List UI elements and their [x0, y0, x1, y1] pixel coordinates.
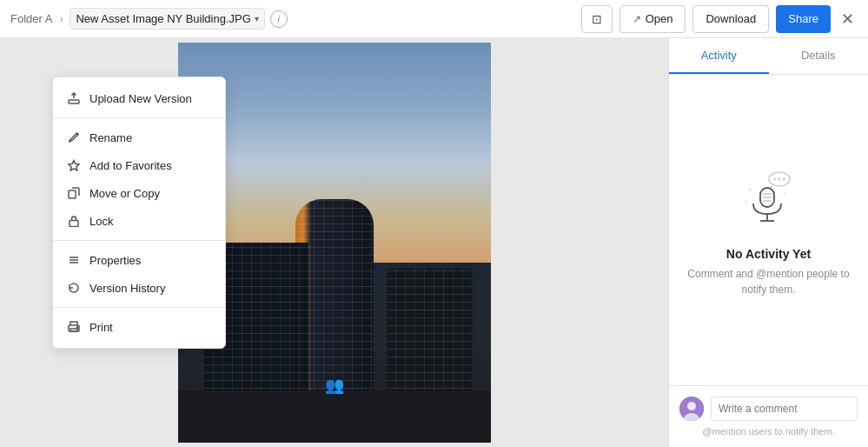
svg-point-20 — [748, 188, 752, 191]
lock-icon — [67, 214, 81, 228]
avatar — [679, 397, 704, 421]
svg-rect-3 — [70, 221, 78, 227]
menu-label-print: Print — [89, 321, 113, 334]
layout-toggle-button[interactable]: ⊡ — [581, 5, 613, 33]
menu-item-upload-new-version[interactable]: Upload New Version — [53, 84, 225, 112]
open-button[interactable]: ↗ Open — [620, 5, 686, 33]
comment-area: @mention users to notify them. — [669, 385, 868, 447]
properties-icon — [67, 253, 81, 267]
foreground — [178, 390, 491, 443]
layout-icon: ⊡ — [592, 12, 602, 26]
no-activity-description: Comment and @mention people to notify th… — [686, 266, 851, 297]
comment-hint: @mention users to notify them. — [679, 426, 858, 437]
menu-label-upload: Upload New Version — [89, 92, 192, 105]
share-button[interactable]: Share — [776, 5, 831, 33]
tab-activity[interactable]: Activity — [669, 38, 769, 74]
close-button[interactable]: ✕ — [838, 6, 858, 32]
no-activity-title: No Activity Yet — [726, 247, 811, 261]
open-arrow-icon: ↗ — [633, 13, 641, 25]
menu-divider-2 — [53, 240, 225, 241]
image-area: Upload New Version Rename — [0, 38, 668, 447]
version-history-icon — [67, 281, 81, 295]
header-right: ⊡ ↗ Open Download Share ✕ — [581, 5, 858, 33]
svg-point-22 — [745, 200, 747, 203]
menu-label-move-copy: Move or Copy — [89, 187, 160, 200]
dropdown-caret: ▾ — [255, 14, 259, 23]
menu-divider-3 — [53, 307, 225, 308]
dropdown-menu: Upload New Version Rename — [52, 77, 226, 349]
svg-rect-2 — [69, 190, 76, 198]
comment-input[interactable] — [711, 397, 858, 421]
menu-item-version-history[interactable]: Version History — [53, 274, 225, 302]
upload-icon — [67, 91, 81, 105]
info-icon[interactable]: i — [270, 10, 288, 28]
folder-breadcrumb[interactable]: Folder A — [10, 12, 52, 25]
tab-details[interactable]: Details — [769, 38, 869, 74]
rename-icon — [67, 130, 81, 144]
file-name-label: New Asset Image NY Building.JPG — [76, 12, 250, 25]
header-left: Folder A › New Asset Image NY Building.J… — [10, 8, 288, 30]
breadcrumb-chevron: › — [59, 13, 63, 25]
panel-tabs: Activity Details — [669, 38, 868, 75]
svg-point-13 — [782, 177, 785, 180]
menu-item-print[interactable]: Print — [53, 313, 225, 341]
svg-point-9 — [76, 327, 77, 328]
panel-activity-content: No Activity Yet Comment and @mention peo… — [669, 75, 868, 385]
svg-point-24 — [687, 402, 696, 410]
no-activity-illustration — [734, 163, 804, 233]
menu-label-favorites: Add to Favorites — [89, 159, 172, 172]
right-panel: Activity Details — [668, 38, 868, 447]
menu-label-version-history: Version History — [89, 282, 165, 295]
menu-label-lock: Lock — [89, 215, 113, 228]
print-icon — [67, 320, 81, 334]
svg-point-21 — [783, 192, 785, 195]
menu-item-rename[interactable]: Rename — [53, 123, 225, 151]
svg-point-12 — [778, 177, 780, 180]
svg-point-11 — [773, 177, 776, 180]
menu-label-properties: Properties — [89, 254, 141, 267]
menu-divider-1 — [53, 117, 225, 118]
header: Folder A › New Asset Image NY Building.J… — [0, 0, 868, 38]
favorites-icon — [67, 158, 81, 172]
download-button[interactable]: Download — [692, 5, 769, 33]
file-name-dropdown[interactable]: New Asset Image NY Building.JPG ▾ — [70, 8, 264, 30]
people-silhouette: 👥 — [325, 376, 344, 395]
menu-item-properties[interactable]: Properties — [53, 246, 225, 274]
main-content: Upload New Version Rename — [0, 38, 868, 447]
menu-item-add-favorites[interactable]: Add to Favorites — [53, 151, 225, 179]
svg-rect-0 — [69, 100, 79, 103]
menu-item-lock[interactable]: Lock — [53, 207, 225, 235]
menu-label-rename: Rename — [89, 131, 132, 144]
svg-rect-8 — [70, 329, 77, 331]
menu-item-move-copy[interactable]: Move or Copy — [53, 179, 225, 207]
comment-input-row — [679, 397, 858, 421]
move-copy-icon — [67, 186, 81, 200]
svg-marker-1 — [69, 161, 79, 171]
